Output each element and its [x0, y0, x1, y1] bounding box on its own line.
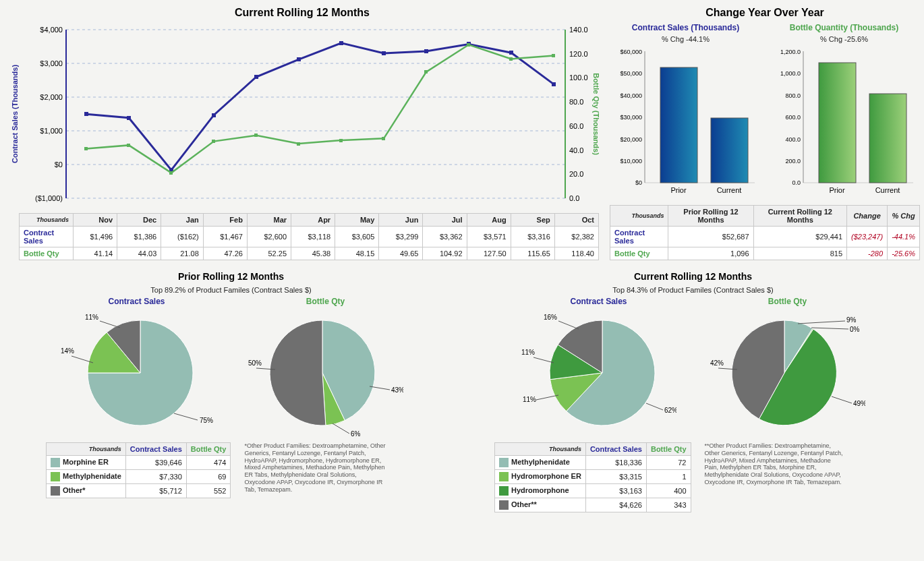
- svg-rect-31: [382, 51, 386, 55]
- svg-text:$0: $0: [55, 160, 63, 169]
- svg-line-98: [832, 396, 852, 403]
- svg-rect-29: [297, 57, 301, 61]
- svg-rect-39: [212, 140, 215, 143]
- svg-text:600.0: 600.0: [785, 114, 801, 121]
- svg-text:9%: 9%: [846, 316, 857, 324]
- curr-footnote: **Other Product Families: Dextroamphetam…: [705, 442, 846, 486]
- svg-text:49%: 49%: [853, 400, 865, 407]
- svg-line-94: [798, 321, 845, 324]
- svg-text:0.0: 0.0: [569, 194, 579, 202]
- yoy-bar1-chart: $0$10,000 $20,000$30,000 $40,000$50,000 …: [610, 43, 761, 198]
- curr-product-table: ThousandsContract SalesBottle Qty Methyl…: [494, 442, 691, 512]
- svg-line-90: [533, 357, 554, 363]
- svg-text:40.0: 40.0: [569, 146, 583, 154]
- svg-rect-42: [339, 139, 343, 142]
- svg-text:140.0: 140.0: [569, 26, 588, 34]
- svg-text:Bottle Qty (Thousands): Bottle Qty (Thousands): [592, 73, 599, 155]
- svg-text:20.0: 20.0: [569, 170, 583, 178]
- svg-text:$4,000: $4,000: [40, 26, 63, 34]
- svg-text:Prior: Prior: [670, 186, 687, 194]
- curr-pie-cs: 62% 11% 11% 16%: [521, 309, 676, 437]
- svg-line-88: [536, 395, 558, 400]
- svg-text:1,200.0: 1,200.0: [780, 49, 801, 55]
- svg-text:$10,000: $10,000: [620, 158, 642, 165]
- svg-text:120.0: 120.0: [569, 50, 588, 58]
- svg-rect-40: [254, 134, 258, 137]
- svg-text:11%: 11%: [85, 314, 98, 321]
- svg-text:42%: 42%: [710, 359, 724, 367]
- prior-product-table: ThousandsContract SalesBottle Qty Morphi…: [46, 442, 231, 498]
- prior-pie-bq: 43% 6% 50%: [248, 309, 403, 437]
- svg-text:11%: 11%: [523, 396, 536, 403]
- svg-rect-47: [552, 54, 555, 57]
- yoy-bar1-title: Contract Sales (Thousands): [610, 23, 761, 32]
- svg-text:Contract Sales (Thousands): Contract Sales (Thousands): [11, 65, 19, 163]
- svg-text:$1,000: $1,000: [40, 127, 63, 135]
- svg-text:$2,000: $2,000: [40, 93, 63, 101]
- svg-rect-24: [84, 112, 88, 116]
- svg-text:0.0: 0.0: [792, 179, 801, 186]
- svg-text:$50,000: $50,000: [620, 70, 642, 77]
- yoy-bar2-chart: 0.0200.0 400.0600.0 800.01,000.0 1,200.0…: [768, 43, 920, 198]
- svg-rect-34: [509, 51, 513, 55]
- svg-rect-43: [382, 137, 385, 140]
- prior-pie-cs: 75% 14% 11%: [59, 309, 214, 437]
- svg-rect-30: [339, 41, 343, 45]
- svg-text:800.0: 800.0: [785, 92, 801, 99]
- svg-rect-71: [869, 94, 906, 183]
- yoy-bar2-sub: % Chg -25.6%: [768, 35, 920, 43]
- svg-text:0%: 0%: [850, 326, 860, 333]
- svg-rect-57: [660, 67, 697, 183]
- svg-line-96: [811, 328, 848, 329]
- curr-pie-cs-title: Contract Sales: [521, 297, 676, 306]
- svg-rect-46: [509, 57, 513, 61]
- yoy-table: Thousands Prior Rolling 12 Months Curren…: [610, 205, 920, 260]
- yoy-bar1-sub: % Chg -44.1%: [610, 35, 761, 43]
- rolling-line-chart: ($1,000) $0 $1,000 $2,000 $3,000 $4,000 …: [5, 23, 599, 212]
- rolling-title: Current Rolling 12 Months: [5, 7, 599, 19]
- svg-text:50%: 50%: [248, 359, 262, 367]
- svg-text:62%: 62%: [664, 407, 676, 414]
- svg-text:Current: Current: [717, 186, 742, 194]
- svg-rect-36: [84, 147, 88, 150]
- rolling-table: Thousands NovDecJanFeb MarAprMayJun JulA…: [19, 213, 599, 260]
- svg-rect-38: [169, 171, 173, 175]
- prior-pie-bq-title: Bottle Qty: [248, 297, 403, 306]
- svg-text:60.0: 60.0: [569, 122, 583, 130]
- svg-text:$20,000: $20,000: [620, 136, 642, 143]
- svg-text:1,000.0: 1,000.0: [780, 70, 801, 77]
- svg-text:80.0: 80.0: [569, 98, 583, 106]
- svg-text:200.0: 200.0: [785, 158, 801, 165]
- svg-rect-35: [552, 82, 556, 86]
- svg-text:$60,000: $60,000: [620, 49, 642, 55]
- yoy-bar2-title: Bottle Quantity (Thousands): [768, 23, 920, 32]
- curr-pie-bq-title: Bottle Qty: [710, 297, 865, 306]
- curr-subtitle: Top 84.3% of Product Familes (Contract S…: [467, 286, 919, 294]
- yoy-title: Change Year Over Year: [610, 7, 920, 19]
- svg-line-74: [174, 413, 198, 420]
- curr-title: Current Rolling 12 Months: [467, 271, 919, 282]
- svg-rect-44: [424, 70, 428, 73]
- svg-text:Prior: Prior: [829, 186, 845, 194]
- prior-title: Prior Rolling 12 Months: [5, 271, 457, 282]
- svg-rect-25: [127, 116, 131, 120]
- svg-text:16%: 16%: [544, 314, 557, 321]
- svg-line-78: [100, 321, 120, 328]
- svg-text:6%: 6%: [351, 430, 361, 437]
- svg-text:$30,000: $30,000: [620, 114, 642, 121]
- svg-rect-32: [424, 49, 428, 53]
- svg-rect-45: [467, 43, 470, 47]
- curr-pie-bq: 9% 0% 49% 42%: [710, 309, 865, 437]
- svg-rect-70: [819, 63, 856, 183]
- svg-text:75%: 75%: [200, 417, 213, 424]
- svg-text:$40,000: $40,000: [620, 92, 642, 99]
- svg-text:11%: 11%: [521, 349, 535, 356]
- svg-line-86: [646, 403, 663, 410]
- svg-text:400.0: 400.0: [785, 136, 801, 143]
- svg-line-92: [558, 321, 579, 329]
- svg-text:$0: $0: [635, 179, 642, 186]
- svg-text:100.0: 100.0: [569, 73, 588, 82]
- svg-line-82: [333, 423, 349, 434]
- svg-rect-28: [254, 75, 258, 79]
- prior-pie-cs-title: Contract Sales: [59, 297, 214, 306]
